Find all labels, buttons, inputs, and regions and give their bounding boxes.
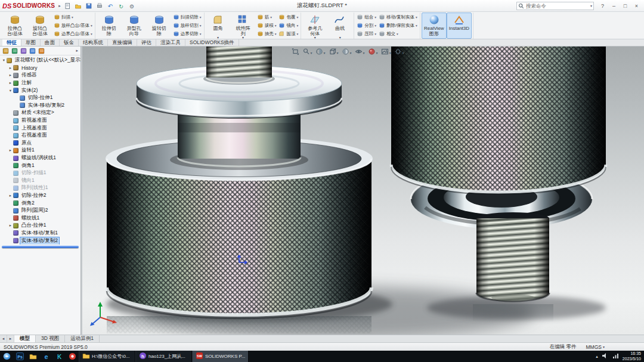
tab-ribbon[interactable]: 直接编辑 <box>108 39 137 46</box>
rollback-bar[interactable] <box>2 246 79 248</box>
ribbon-button-revolve-cut[interactable]: 旋转切除 <box>147 13 172 39</box>
tree-item-3[interactable]: ▸注解 <box>0 79 80 87</box>
tree-item-4[interactable]: ▾实体(2) <box>0 86 80 94</box>
panel-expand-icon[interactable]: ▸ <box>76 48 78 53</box>
tree-item-18[interactable]: ▸切除-拉伸2 <box>0 192 80 200</box>
tree-item-6[interactable]: 实体-移动/复制2 <box>0 102 80 110</box>
ribbon-button-intersect[interactable]: 相交▾ <box>377 30 419 38</box>
ribbon-button-revolve-boss[interactable]: 旋转凸台/基体 <box>27 13 52 39</box>
propertymanager-tab-icon[interactable] <box>11 48 18 54</box>
ribbon-button-extrude-boss[interactable]: 拉伸凸台/基体 <box>2 13 27 39</box>
taskbar-window-button[interactable]: SWSOLIDWORKS P... <box>192 351 249 362</box>
tree-item-11[interactable]: 原点 <box>0 140 80 147</box>
displaymanager-tab-icon[interactable] <box>38 48 45 54</box>
apply-scene-button[interactable]: ▾ <box>380 48 392 57</box>
search-caret-icon[interactable]: ▾ <box>590 4 592 8</box>
view-orientation-button[interactable]: ▾ <box>327 48 340 57</box>
tab-ribbon[interactable]: 草图 <box>21 39 41 46</box>
display-style-button[interactable]: ▾ <box>340 48 353 57</box>
zoom-area-button[interactable]: ▾ <box>301 48 314 57</box>
minimize-button[interactable]: – <box>609 1 619 10</box>
ribbon-button-dome[interactable]: 圆顶▾ <box>277 30 299 38</box>
tab-ribbon[interactable]: 渲染工具 <box>156 39 185 46</box>
edit-appearance-button[interactable]: ▾ <box>367 48 379 57</box>
expander-icon[interactable]: ▾ <box>8 88 13 93</box>
taskbar-clock[interactable]: 16:352023/5/10 <box>623 351 641 361</box>
tree-item-10[interactable]: 右视基准面 <box>0 132 80 140</box>
tab-ribbon[interactable]: 结构系统 <box>79 39 108 46</box>
tree-item-9[interactable]: 上视基准面 <box>0 124 80 132</box>
ribbon-button-fillet[interactable]: 圆角▾ <box>206 13 231 39</box>
tray-expand-icon[interactable]: ▴ <box>596 354 598 359</box>
configurationmanager-tab-icon[interactable] <box>20 48 27 54</box>
tree-item-24[interactable]: 实体-移动/复制2 <box>0 237 80 245</box>
app-k-taskbar-icon[interactable]: K <box>52 351 66 362</box>
maximize-button[interactable]: □ <box>620 1 630 10</box>
expander-icon[interactable]: ▸ <box>8 81 13 85</box>
expander-icon[interactable]: ▸ <box>8 66 13 70</box>
featuremanager-tab-icon[interactable] <box>2 48 9 54</box>
help-button[interactable]: ? <box>597 1 608 10</box>
tree-item-23[interactable]: 实体-移动/复制1 <box>0 230 80 237</box>
tree-item-1[interactable]: ▸History <box>0 64 80 72</box>
options-button[interactable]: ⚙ <box>128 1 137 10</box>
ribbon-button-curves[interactable]: 曲线▾ <box>327 13 352 39</box>
tab-ribbon[interactable]: 钣金 <box>60 39 79 46</box>
taskbar-window-button[interactable]: H:\微信公众号\0... <box>79 351 135 362</box>
ribbon-button-indent[interactable]: 压凹▾ <box>355 30 377 38</box>
close-button[interactable]: × <box>631 1 642 10</box>
tab-ribbon[interactable]: SOLIDWORKS插件 <box>185 39 239 46</box>
new-button[interactable] <box>63 1 72 10</box>
ribbon-button-hole-wizard[interactable]: 异型孔向导 <box>122 13 147 39</box>
tree-item-14[interactable]: 倒角1 <box>0 162 80 169</box>
model-tab[interactable]: 运动算例1 <box>65 335 100 342</box>
tree-item-13[interactable]: 螺旋线/涡状线1 <box>0 154 80 162</box>
menu-expand-caret-icon[interactable]: ▸ <box>58 4 61 8</box>
ribbon-button-shell[interactable]: 抽壳▾ <box>256 30 278 38</box>
tree-item-12[interactable]: ▸旋转1 <box>0 147 80 154</box>
model-tab[interactable]: 3D 视图 <box>36 335 65 342</box>
zoom-fit-button[interactable] <box>290 48 301 57</box>
taskbar-window-button[interactable]: hhao123_上网从... <box>135 351 192 362</box>
save-button[interactable] <box>85 1 94 10</box>
tab-ribbon[interactable]: 评估 <box>137 39 156 46</box>
ribbon-button-reference-geometry[interactable]: 参考几何体▾ <box>302 13 327 39</box>
search-input[interactable] <box>516 2 594 10</box>
volume-icon[interactable] <box>601 352 609 361</box>
expander-icon[interactable]: ▾ <box>1 58 7 63</box>
expander-icon[interactable]: ▸ <box>8 148 13 153</box>
ribbon-button-boundary[interactable]: 边界凸台/基体▾ <box>52 30 94 38</box>
scroll-right-icon[interactable]: ▸ <box>7 335 14 342</box>
tree-item-5[interactable]: 切除-拉伸1 <box>0 94 80 102</box>
expander-icon[interactable]: ▸ <box>8 193 13 198</box>
ribbon-button-extrude-cut[interactable]: 拉伸切除 <box>97 13 122 39</box>
tree-item-19[interactable]: 倒角2 <box>0 199 80 207</box>
start-button[interactable] <box>0 351 13 362</box>
edge-taskbar-icon[interactable]: e <box>39 351 52 362</box>
tree-item-21[interactable]: 螺纹线1 <box>0 214 80 222</box>
dimxpertmanager-tab-icon[interactable] <box>29 48 36 54</box>
tree-item-15[interactable]: 切除-扫描1 <box>0 169 80 177</box>
tree-item-8[interactable]: 前视基准面 <box>0 117 80 125</box>
explorer-taskbar-icon[interactable] <box>26 351 39 362</box>
3d-scene[interactable] <box>82 47 644 335</box>
expander-icon[interactable]: ▸ <box>8 73 13 78</box>
units-selector[interactable]: MMGS ▾ <box>586 344 605 350</box>
expander-icon[interactable]: ▸ <box>8 223 13 228</box>
ribbon-button-boundary-cut[interactable]: 边界切除▾ <box>172 30 203 38</box>
tree-item-22[interactable]: ▸凸台-拉伸1 <box>0 222 80 230</box>
scroll-left-icon[interactable]: ◂ <box>0 335 7 342</box>
ribbon-button-instant3d[interactable]: Instant3D <box>447 13 472 39</box>
print-button[interactable] <box>95 1 104 10</box>
ribbon-button-realview[interactable]: RealView图形 <box>422 13 447 39</box>
tab-ribbon[interactable]: 曲面 <box>41 39 60 46</box>
section-view-button[interactable]: ▾ <box>314 48 327 57</box>
rebuild-button[interactable]: ↻ <box>117 1 126 10</box>
tree-item-7[interactable]: 材质 <未指定> <box>0 109 80 117</box>
tree-item-2[interactable]: ▸传感器 <box>0 72 80 79</box>
tree-item-20[interactable]: 阵列(圆周)2 <box>0 207 80 215</box>
tree-item-0[interactable]: ▾滚花螺钉 (默认<<默认>_显示状态 1>) <box>0 57 80 64</box>
hide-show-items-button[interactable]: ▾ <box>354 48 366 57</box>
app-red-taskbar-icon[interactable] <box>66 351 79 362</box>
left-thumbscrew[interactable] <box>106 47 373 318</box>
